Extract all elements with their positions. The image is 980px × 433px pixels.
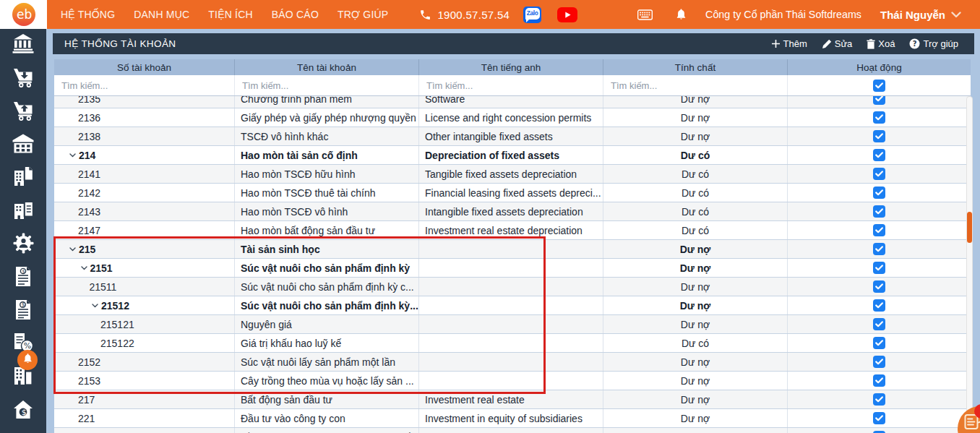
keyboard-icon[interactable] <box>637 9 653 20</box>
expand-chevron-icon[interactable] <box>92 304 98 308</box>
active-checkbox[interactable] <box>873 374 885 387</box>
table-row-2151[interactable]: 2151Súc vật nuôi cho sản phẩm định kỳDư … <box>54 259 971 278</box>
menu-item-he-thong[interactable]: HỆ THỐNG <box>61 9 115 20</box>
sidebar-item-assets[interactable]: $ <box>0 396 46 425</box>
table-row-2136[interactable]: 2136Giấy phép và giấy phép nhượng quyềnL… <box>54 108 971 127</box>
active-checkbox[interactable] <box>873 262 885 274</box>
table-row-2135[interactable]: 2135Chương trình phần mềmSoftwareDư nợ <box>54 96 971 108</box>
active-checkbox[interactable] <box>873 96 885 105</box>
cell-name: Hao mòn TSCĐ thuê tài chính <box>235 184 419 202</box>
app-logo[interactable]: eb <box>0 0 47 29</box>
active-checkbox[interactable] <box>873 187 885 199</box>
active-checkbox[interactable] <box>873 205 885 218</box>
table-row-21512[interactable]: 21512Súc vật nuôi cho sản phẩm định kỳ..… <box>54 296 971 315</box>
cell-english: Investment in equity of subsidiaries <box>419 409 603 427</box>
active-checkbox[interactable] <box>873 224 885 236</box>
table-row-2142[interactable]: 2142Hao mòn TSCĐ thuê tài chínhFinancial… <box>54 184 971 202</box>
sidebar-item-bank[interactable] <box>0 30 46 59</box>
table-row-214[interactable]: 214Hao mòn tài sản cố địnhDepreciation o… <box>54 146 971 165</box>
table-row-215122[interactable]: 215122Giá trị khấu hao luỹ kếDư có <box>54 334 971 353</box>
expand-chevron-icon[interactable] <box>69 247 76 252</box>
table-row-221[interactable]: 221Đầu tư vào công ty conInvestment in e… <box>54 409 971 428</box>
cell-active <box>788 428 971 433</box>
xoa-button[interactable]: Xoá <box>867 38 895 49</box>
active-checkbox[interactable] <box>873 337 885 349</box>
table-row-2143[interactable]: 2143Hao mòn TSCĐ vô hìnhIntangible fixed… <box>54 202 971 221</box>
cell-nature: Dư có <box>603 184 788 202</box>
active-checkbox[interactable] <box>873 111 885 124</box>
sua-button[interactable]: Sửa <box>822 38 853 49</box>
sidebar-item-sales[interactable] <box>0 97 46 126</box>
company-name[interactable]: Công ty Cổ phần Thái Softdreams <box>705 9 861 20</box>
notification-bell-icon[interactable] <box>675 8 687 21</box>
menu-item-bao-cao[interactable]: BÁO CÁO <box>272 9 319 20</box>
svg-text:$: $ <box>22 268 25 274</box>
column-header-1[interactable]: Số tài khoản <box>54 59 235 75</box>
vertical-scrollbar[interactable] <box>966 96 973 433</box>
column-header-5[interactable]: Hoạt động <box>788 59 971 75</box>
menu-item-tien-ich[interactable]: TIỆN ÍCH <box>208 9 253 20</box>
active-checkbox[interactable] <box>873 412 885 424</box>
table-row-2153[interactable]: 2153Cây trồng theo mùa vụ hoặc lấy sản .… <box>54 372 971 390</box>
sidebar-item-payroll[interactable] <box>0 230 46 259</box>
them-button[interactable]: Thêm <box>771 38 807 49</box>
search-input-4[interactable] <box>603 75 787 95</box>
table-row-2141[interactable]: 2141Hao mòn TSCĐ hữu hìnhTangible fixed … <box>54 165 971 184</box>
cell-account: 21512 <box>54 296 235 314</box>
column-header-2[interactable]: Tên tài khoản <box>235 59 419 75</box>
cell-active <box>788 296 971 314</box>
cell-nature: Dư nợ <box>603 296 788 314</box>
active-checkbox[interactable] <box>873 356 885 368</box>
sidebar-item-fixed-assets[interactable] <box>0 163 46 192</box>
tro-giup-button[interactable]: ?Trợ giúp <box>909 38 958 49</box>
expand-chevron-icon[interactable] <box>69 153 76 158</box>
account-number: 215 <box>79 244 95 255</box>
active-checkbox[interactable] <box>873 280 885 293</box>
table-row-2152[interactable]: 2152Súc vật nuôi lấy sản phẩm một lầnDư … <box>54 353 971 372</box>
column-header-3[interactable]: Tên tiếng anh <box>419 59 603 75</box>
table-row-215[interactable]: 215Tài sản sinh họcDư nợ <box>54 240 971 259</box>
sidebar-item-warehouse[interactable] <box>0 130 46 159</box>
sidebar-item-tools-supplies[interactable] <box>0 197 46 226</box>
filter-cell-4 <box>603 75 788 95</box>
filter-active-checkbox[interactable] <box>873 80 885 92</box>
active-checkbox[interactable] <box>873 318 885 330</box>
menu-item-tro-giup[interactable]: TRỢ GIÚP <box>338 9 388 20</box>
sidebar-item-documents[interactable]: $ <box>0 296 46 325</box>
cell-active <box>788 353 971 371</box>
search-input-3[interactable] <box>419 75 603 95</box>
youtube-icon[interactable] <box>557 7 577 22</box>
sidebar-item-purchase[interactable] <box>0 64 46 93</box>
table-row-2138[interactable]: 2138TSCĐ vô hình khácOther intangible fi… <box>54 127 971 146</box>
active-checkbox[interactable] <box>873 299 885 312</box>
main-menu: HỆ THỐNGDANH MỤCTIỆN ÍCHBÁO CÁOTRỢ GIÚP <box>61 9 407 20</box>
table-row-215121[interactable]: 215121Nguyên giáDư nợ <box>54 315 971 334</box>
table-row-222[interactable]: 222Đầu tư vào công ty liên doanh, liên k… <box>54 428 971 433</box>
cell-english: Depreciation of fixed assets <box>419 146 603 164</box>
search-input-1[interactable] <box>54 75 234 95</box>
active-checkbox[interactable] <box>873 243 885 255</box>
column-header-4[interactable]: Tính chất <box>603 59 788 75</box>
expand-chevron-icon[interactable] <box>81 266 87 270</box>
branch-selector[interactable]: Thái Nguyễn <box>880 9 961 21</box>
table-row-2147[interactable]: 2147Hao mòn bất động sản đầu tưInvestmen… <box>54 221 971 240</box>
account-number: 21511 <box>90 281 117 293</box>
active-checkbox[interactable] <box>873 149 885 161</box>
scrollbar-thumb[interactable] <box>967 212 972 243</box>
table-row-21511[interactable]: 21511Súc vật nuôi cho sản phẩm định kỳ c… <box>54 278 971 296</box>
zalo-icon[interactable]: Zalo <box>523 7 541 23</box>
active-checkbox[interactable] <box>873 393 885 406</box>
sidebar-notification-bubble[interactable] <box>17 350 38 370</box>
table-row-217[interactable]: 217Bất động sản đầu tưInvestment real es… <box>54 390 971 409</box>
search-input-2[interactable] <box>235 75 418 95</box>
cell-english: Other intangible fixed assets <box>419 127 603 145</box>
sidebar-item-invoice[interactable]: $ <box>0 263 46 292</box>
action-label: Trợ giúp <box>923 38 958 49</box>
pencil-icon <box>822 39 832 49</box>
cell-english <box>419 296 603 314</box>
hotline-number[interactable]: 1900.57.57.54 <box>437 9 510 21</box>
active-checkbox[interactable] <box>873 130 885 142</box>
active-checkbox[interactable] <box>873 168 885 180</box>
cell-account: 215122 <box>54 334 235 352</box>
menu-item-danh-muc[interactable]: DANH MỤC <box>134 9 189 20</box>
